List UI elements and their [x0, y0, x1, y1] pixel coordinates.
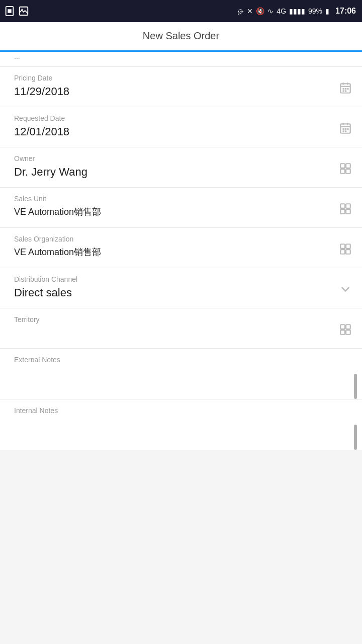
sales-organization-field[interactable]: Sales Organization VE Automation销售部 [0, 228, 362, 268]
form-content: ... Pricing Date 11/29/2018 Requested Da… [0, 52, 362, 450]
territory-field[interactable]: Territory [0, 308, 362, 349]
internal-notes-label: Internal Notes [14, 407, 352, 415]
svg-rect-9 [345, 88, 346, 90]
network-label: 4G [277, 7, 286, 15]
internal-notes-scrollbar-thumb[interactable] [354, 425, 357, 450]
svg-rect-29 [346, 209, 350, 214]
distribution-channel-label: Distribution Channel [14, 275, 352, 283]
partial-label: ... [14, 52, 20, 60]
svg-rect-33 [346, 250, 350, 254]
distribution-channel-dropdown-icon[interactable] [339, 283, 352, 299]
svg-rect-27 [346, 204, 350, 208]
external-notes-label: External Notes [14, 356, 352, 364]
status-bar-left [4, 6, 29, 17]
svg-rect-35 [346, 325, 350, 329]
svg-rect-25 [346, 169, 350, 174]
pricing-date-label: Pricing Date [14, 74, 352, 82]
svg-rect-20 [343, 130, 344, 132]
page-title: New Sales Order [143, 30, 219, 42]
pricing-date-field[interactable]: Pricing Date 11/29/2018 [0, 67, 362, 107]
svg-rect-31 [346, 244, 350, 249]
owner-field[interactable]: Owner Dr. Jerry Wang [0, 147, 362, 188]
svg-rect-1 [8, 9, 11, 13]
external-notes-value[interactable] [14, 367, 352, 392]
sales-organization-value: VE Automation销售部 [14, 246, 352, 258]
svg-rect-24 [340, 169, 345, 174]
status-bar: ⌮ ✕ 🔇 ∿ 4G ▮▮▮▮ 99% ▮ 17:06 [0, 0, 362, 22]
partial-row: ... [0, 52, 362, 67]
external-notes-scrollbar-thumb[interactable] [354, 374, 357, 399]
svg-rect-17 [343, 128, 344, 130]
internal-notes-value[interactable] [14, 418, 352, 443]
svg-rect-34 [340, 325, 345, 329]
sales-organization-lookup-icon[interactable] [339, 243, 352, 259]
requested-date-label: Requested Date [14, 114, 352, 122]
svg-rect-10 [347, 88, 348, 90]
distribution-channel-field[interactable]: Distribution Channel Direct sales [0, 268, 362, 308]
svg-rect-18 [345, 128, 346, 130]
image-icon [18, 6, 29, 17]
svg-rect-26 [340, 204, 345, 208]
svg-rect-23 [346, 164, 350, 168]
location-icon: ⌮ [237, 7, 244, 15]
pricing-date-calendar-icon[interactable] [339, 82, 352, 98]
internal-notes-scrollbar-track [354, 425, 357, 445]
external-notes-field[interactable]: External Notes [0, 349, 362, 399]
svg-rect-28 [340, 209, 345, 214]
requested-date-field[interactable]: Requested Date 12/01/2018 [0, 107, 362, 147]
svg-rect-32 [340, 250, 345, 254]
owner-label: Owner [14, 154, 352, 163]
svg-rect-36 [340, 330, 345, 335]
sales-unit-label: Sales Unit [14, 195, 352, 203]
svg-rect-37 [346, 330, 350, 335]
territory-lookup-icon[interactable] [339, 323, 352, 339]
battery-icon: ▮ [325, 7, 329, 15]
owner-lookup-icon[interactable] [339, 162, 352, 178]
battery-label: 99% [308, 7, 322, 15]
external-notes-scrollbar-track [354, 374, 357, 394]
territory-value [14, 327, 352, 341]
sales-unit-lookup-icon[interactable] [339, 202, 352, 218]
sales-unit-value: VE Automation销售部 [14, 206, 352, 218]
clock: 17:06 [335, 7, 356, 16]
distribution-channel-value: Direct sales [14, 286, 352, 299]
signal-icon: ▮▮▮▮ [289, 7, 305, 15]
bluetooth-icon: ✕ [247, 7, 253, 15]
wifi-icon: ∿ [267, 7, 274, 15]
mute-icon: 🔇 [256, 7, 264, 15]
owner-value: Dr. Jerry Wang [14, 166, 352, 179]
sim-icon [4, 6, 15, 17]
requested-date-calendar-icon[interactable] [339, 122, 352, 138]
svg-rect-12 [345, 90, 346, 92]
svg-rect-11 [343, 90, 344, 92]
svg-rect-19 [347, 128, 348, 130]
status-bar-right: ⌮ ✕ 🔇 ∿ 4G ▮▮▮▮ 99% ▮ 17:06 [237, 7, 356, 16]
internal-notes-field[interactable]: Internal Notes [0, 399, 362, 450]
sales-organization-label: Sales Organization [14, 235, 352, 243]
svg-rect-8 [343, 88, 344, 90]
territory-label: Territory [14, 315, 352, 324]
pricing-date-value: 11/29/2018 [14, 85, 352, 98]
top-bar: New Sales Order [0, 22, 362, 50]
requested-date-value: 12/01/2018 [14, 125, 352, 138]
svg-rect-22 [340, 164, 345, 168]
svg-rect-30 [340, 244, 345, 249]
svg-rect-21 [345, 130, 346, 132]
sales-unit-field[interactable]: Sales Unit VE Automation销售部 [0, 188, 362, 228]
